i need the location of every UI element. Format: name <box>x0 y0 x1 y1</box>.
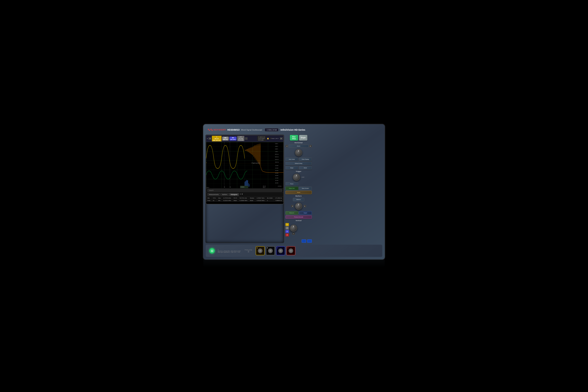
markers-right[interactable]: ▶ <box>304 205 306 208</box>
probe-comp-symbol: ⛱ <box>248 250 249 252</box>
svg-text:-20.00 dBV: -20.00 dBV <box>275 168 278 168</box>
default-setup-button[interactable]: Default Setup <box>286 162 312 165</box>
level-label: Level <box>302 176 304 178</box>
markers-knob-row: ◀ ▶ <box>286 202 312 210</box>
svg-text:3.46333 V: 3.46333 V <box>275 143 278 144</box>
kpts: 6.40 kpts <box>258 139 264 141</box>
power-button[interactable]: ⏻ <box>209 248 215 254</box>
histogram-data-table: Hits 5731 Max 6.27878 MHz Pk-Pk 56.5741 … <box>206 197 284 202</box>
svg-rect-6 <box>248 180 248 186</box>
svg-text:1.46333 V: 1.46333 V <box>275 151 278 152</box>
time-scale: 100.0 ns/ <box>260 136 265 138</box>
svg-text:-110.0 dBV: -110.0 dBV <box>275 177 278 178</box>
bnc-ch4[interactable]: 4 <box>286 246 295 255</box>
edit-icon[interactable]: ✏ <box>240 193 241 196</box>
protocol-decode-button[interactable]: Protocol Decode <box>286 215 312 219</box>
horiz-right-arrow[interactable]: ▶ <box>309 145 312 147</box>
mode-button[interactable]: Mode <box>299 166 312 170</box>
markers-knob[interactable] <box>295 202 302 210</box>
svg-text:6.250320 k: 6.250320 k <box>240 186 245 188</box>
auto-scale-button[interactable]: Auto Scale <box>286 158 298 161</box>
channel2-btn[interactable]: M2500 mV/ <box>222 136 228 140</box>
vertical-knob[interactable] <box>290 224 297 232</box>
trigger-knob[interactable] <box>293 174 300 181</box>
bnc-ch2-inner <box>268 248 273 253</box>
svg-text:-40.00 dBV: -40.00 dBV <box>275 172 278 174</box>
digital-button[interactable]: Digital <box>299 211 312 215</box>
channel1-vert-btn[interactable]: 1 <box>286 223 289 226</box>
mode-value: 6.25162 MHz <box>256 200 266 202</box>
vert-down[interactable]: ▼ <box>292 232 295 235</box>
trigger-info: T Auto 1.46 V <box>270 138 279 140</box>
horizontal-knob[interactable] <box>295 149 302 156</box>
channel3-btn[interactable]: M4100 mV/% <box>229 136 237 140</box>
search-input[interactable] <box>208 189 282 192</box>
channel-buttons-vertical: 1 2 3 4 <box>286 223 289 236</box>
bnc-ch2[interactable]: 2 <box>266 246 275 255</box>
vertical-section: 1 2 3 4 ▼ <box>286 222 312 237</box>
nav-back[interactable]: ◀ <box>208 137 211 140</box>
front-bottom-panel: ⏻ ⚠ 300 Vrms ≥ 15Vpk MAX, 1MΩ 150Vrms MA… <box>206 245 382 257</box>
bnc-group: 1 2 3 4 <box>256 246 295 255</box>
bnc-ch1-inner <box>258 248 262 253</box>
bnc-ch3[interactable]: 3 <box>276 246 285 255</box>
vertical-label: Vertical <box>286 220 312 222</box>
svg-text:X2: X2 <box>230 186 231 188</box>
zoom-button[interactable]: Zoom <box>288 144 309 148</box>
touch-button[interactable]: Touch <box>286 191 312 194</box>
slope-mode-grid: Slope Mode <box>286 166 312 170</box>
channel4-vert-btn[interactable]: 4 <box>286 234 289 236</box>
channel3-vert-btn[interactable]: 3 <box>286 230 289 233</box>
bell-icon: 🔔 <box>267 138 269 140</box>
svg-rect-7 <box>248 183 249 186</box>
probe-comp-label: Probe Comp <box>245 249 252 250</box>
pkpk-value: 56.5741 kHz <box>238 197 249 199</box>
usb-port-2[interactable] <box>307 240 312 243</box>
measure-button[interactable]: Measure <box>286 211 298 215</box>
run-stop-button[interactable]: RunStop <box>290 135 298 140</box>
markers-left[interactable]: ◀ <box>291 205 294 208</box>
max-value: 6.27878 MHz <box>222 197 232 199</box>
mean-label: Mean <box>233 200 238 202</box>
bnc-ch1[interactable]: 1 <box>256 246 265 255</box>
save-screen-button[interactable]: Save Screen <box>299 186 312 190</box>
measure-grid: Measure Digital Protocol Decode <box>286 211 312 219</box>
histogram-tab[interactable]: Histogram <box>229 193 239 196</box>
fft-btn[interactable]: FFT20.0 dB/70.00 dBV <box>237 136 244 141</box>
trigger-type: Auto <box>272 138 274 139</box>
svg-text:-30.00 dBV: -30.00 dBV <box>275 170 278 171</box>
share-icon[interactable]: ⬆ <box>242 193 243 196</box>
channel2-vert-btn[interactable]: 2 <box>286 226 289 230</box>
wave-gen-button[interactable]: Wave Gen <box>286 186 298 190</box>
channel1-btn[interactable]: 1500 mV/1MΩ 18:01 DC <box>212 136 222 142</box>
sigma-label: σ <box>266 200 274 202</box>
model-type: Mixed Signal Oscilloscope <box>241 129 262 131</box>
horiz-left-arrow[interactable]: ◀ <box>286 145 288 147</box>
max-label: Max <box>217 197 222 199</box>
svg-text:-150.0 dBV: -150.0 dBV <box>275 182 278 184</box>
menu-icon[interactable]: ≡ <box>207 138 208 140</box>
svg-text:-50.00 dBV: -50.00 dBV <box>275 175 278 176</box>
oscilloscope-body: ∿∿ KEYSIGHT HD304MSO Mixed Signal Oscill… <box>203 124 385 259</box>
nav-right[interactable]: ▶ <box>280 137 282 140</box>
run-stop-section: RunStop Single <box>286 135 312 140</box>
clear-display-button[interactable]: Clear Display <box>299 158 312 161</box>
peak-value: 61 <box>212 200 217 202</box>
zoom-row: ◀ Zoom ▶ <box>286 144 312 148</box>
trigger-label: Trigger <box>286 170 312 172</box>
vertical-knob-section: ▼ <box>290 224 297 235</box>
svg-text:FFT ▶ Bio Sig: 291 kHz: FFT ▶ Bio Sig: 291 kHz <box>252 162 260 164</box>
measurements-tab[interactable]: Measurements <box>208 193 220 196</box>
slope-button[interactable]: Slope <box>286 166 298 170</box>
force-button[interactable]: Force <box>286 182 298 186</box>
waveform-display: T X1 X2 3.46333 V 2.46333 V 1.96333 V <box>206 142 284 188</box>
brand-logo: ∿∿ KEYSIGHT <box>208 128 226 132</box>
brand-name: KEYSIGHT <box>214 128 226 131</box>
single-button[interactable]: Single <box>299 135 307 140</box>
usb-port-1[interactable] <box>302 240 306 243</box>
logo-wave-icon: ∿∿ <box>208 128 213 132</box>
markers-tab[interactable]: Markers <box>220 193 229 196</box>
markers-button[interactable]: Markers <box>293 198 304 201</box>
svg-text:X1: X1 <box>224 186 225 188</box>
add-channel[interactable]: + <box>245 137 248 140</box>
